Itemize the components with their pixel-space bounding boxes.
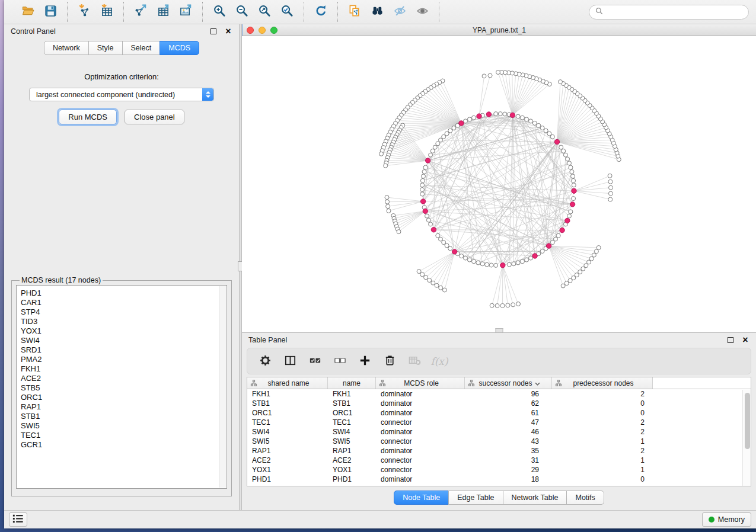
memory-button[interactable]: Memory xyxy=(702,512,751,527)
show-all-button[interactable] xyxy=(411,3,433,21)
table-row[interactable]: STB1STB1dominator620 xyxy=(247,399,751,408)
network-titlebar[interactable]: YPA_prune.txt_1 xyxy=(242,24,756,36)
copy-network-icon xyxy=(348,4,362,20)
tab-network[interactable]: Network xyxy=(44,41,89,55)
search-icon xyxy=(595,7,604,18)
mcds-result-item[interactable]: FKH1 xyxy=(21,364,227,374)
selected-option-label: largest connected component (undirected) xyxy=(30,91,202,99)
search-box xyxy=(589,5,749,20)
mcds-result-item[interactable]: SRD1 xyxy=(21,345,227,355)
maximize-window-icon[interactable] xyxy=(270,27,277,34)
import-table-button[interactable] xyxy=(95,3,118,21)
mcds-result-item[interactable]: YOX1 xyxy=(21,326,227,336)
close-window-icon[interactable] xyxy=(247,27,254,34)
table-scrollbar[interactable] xyxy=(742,390,751,486)
table-cell: 0 xyxy=(552,475,653,483)
table-panel-float-button[interactable] xyxy=(726,336,735,344)
column-header-name[interactable]: name xyxy=(328,377,376,389)
copy-network-button[interactable] xyxy=(343,3,366,21)
tab-style[interactable]: Style xyxy=(88,41,123,55)
control-panel-close-button[interactable]: × xyxy=(224,27,232,36)
zoom-out-button[interactable] xyxy=(231,3,253,21)
first-neighbors-button[interactable] xyxy=(366,3,388,21)
table-body: FKH1FKH1dominator962STB1STB1dominator620… xyxy=(247,389,751,486)
mcds-list-scrollbar[interactable] xyxy=(219,286,226,488)
column-label: name xyxy=(343,379,361,387)
mcds-result-item[interactable]: STB5 xyxy=(21,383,227,393)
add-column-button[interactable] xyxy=(355,352,375,371)
optimization-criterion-select[interactable]: largest connected component (undirected) xyxy=(29,88,214,101)
export-table-icon xyxy=(157,4,170,20)
table-cell: YOX1 xyxy=(247,466,328,474)
table-row[interactable]: SWI5SWI5connector431 xyxy=(247,437,751,446)
zoom-in-button[interactable] xyxy=(208,3,231,21)
table-row[interactable]: YOX1YOX1connector291 xyxy=(247,465,751,475)
mcds-result-item[interactable]: PMA2 xyxy=(21,355,227,364)
import-network-button[interactable] xyxy=(73,3,95,21)
search-input[interactable] xyxy=(607,8,743,16)
mcds-result-item[interactable]: ORC1 xyxy=(21,393,227,402)
hide-selected-icon xyxy=(393,4,407,20)
refresh-button[interactable] xyxy=(310,3,332,21)
mcds-result-item[interactable]: SWI5 xyxy=(21,421,227,431)
tab-network-table[interactable]: Network Table xyxy=(503,491,567,505)
table-row[interactable]: ACE2ACE2connector311 xyxy=(247,456,751,465)
mcds-result-item[interactable]: TEC1 xyxy=(21,431,227,440)
close-panel-button[interactable]: Close panel xyxy=(125,110,184,124)
toolbar-group xyxy=(304,2,338,22)
table-cell: connector xyxy=(376,418,465,427)
split-panel-button[interactable] xyxy=(280,352,300,371)
status-bar: Memory xyxy=(4,510,756,528)
column-header-successor-nodes[interactable]: successor nodes xyxy=(465,377,552,389)
tab-mcds[interactable]: MCDS xyxy=(160,41,199,55)
clear-selection-button[interactable] xyxy=(330,352,350,371)
table-cell: 2 xyxy=(552,390,653,398)
table-row[interactable]: RAP1RAP1dominator352 xyxy=(247,446,751,456)
tab-motifs[interactable]: Motifs xyxy=(566,491,604,505)
table-row[interactable]: TEC1TEC1connector472 xyxy=(247,418,751,427)
network-graph[interactable] xyxy=(242,36,756,332)
table-scrollbar-thumb[interactable] xyxy=(745,393,750,449)
run-mcds-button[interactable]: Run MCDS xyxy=(59,110,117,124)
mcds-result-item[interactable]: CAR1 xyxy=(21,298,227,307)
export-image-button[interactable] xyxy=(174,3,197,21)
table-row[interactable]: SWI4SWI4dominator462 xyxy=(247,427,751,437)
first-neighbors-icon xyxy=(371,4,384,20)
table-row[interactable]: ORC1ORC1dominator610 xyxy=(247,408,751,418)
table-row[interactable]: FKH1FKH1dominator962 xyxy=(247,389,751,399)
column-header-mcds-role[interactable]: MCDS role xyxy=(376,377,465,389)
mcds-result-item[interactable]: ACE2 xyxy=(21,374,227,383)
mcds-result-item[interactable]: STB1 xyxy=(21,412,227,421)
control-panel-float-button[interactable] xyxy=(209,27,218,36)
mcds-result-item[interactable]: GCR1 xyxy=(21,440,227,450)
tab-select[interactable]: Select xyxy=(122,41,161,55)
hide-selected-button[interactable] xyxy=(388,3,411,21)
column-header-predecessor-nodes[interactable]: predecessor nodes xyxy=(552,377,653,389)
mcds-result-item[interactable]: PHD1 xyxy=(21,289,227,298)
table-row[interactable]: PHD1PHD1dominator180 xyxy=(247,475,751,484)
mcds-result-item[interactable]: SWI4 xyxy=(21,336,227,345)
table-cell: 1 xyxy=(552,466,653,474)
task-history-button[interactable] xyxy=(9,512,27,527)
table-toolbar: f(x) xyxy=(247,348,751,374)
table-cell: SWI4 xyxy=(328,428,376,436)
mcds-result-item[interactable]: TID3 xyxy=(21,317,227,326)
tab-edge-table[interactable]: Edge Table xyxy=(448,491,503,505)
zoom-fit-button[interactable] xyxy=(253,3,276,21)
mcds-result-item[interactable]: STP4 xyxy=(21,307,227,317)
open-file-button[interactable] xyxy=(17,3,39,21)
zoom-selected-button[interactable] xyxy=(276,3,298,21)
minimize-window-icon[interactable] xyxy=(259,27,266,34)
export-table-button[interactable] xyxy=(152,3,174,21)
save-button[interactable] xyxy=(39,3,62,21)
mcds-result-item[interactable]: RAP1 xyxy=(21,402,227,412)
column-header-shared-name[interactable]: shared name xyxy=(247,377,328,389)
select-all-button[interactable] xyxy=(305,352,325,371)
table-cell: RAP1 xyxy=(328,447,376,455)
delete-column-button[interactable] xyxy=(379,352,400,371)
table-panel-close-button[interactable]: × xyxy=(741,336,749,344)
horizontal-splitter-grip[interactable] xyxy=(495,328,503,332)
export-network-button[interactable] xyxy=(129,3,152,21)
table-settings-button[interactable] xyxy=(255,352,275,371)
tab-node-table[interactable]: Node Table xyxy=(394,491,449,505)
